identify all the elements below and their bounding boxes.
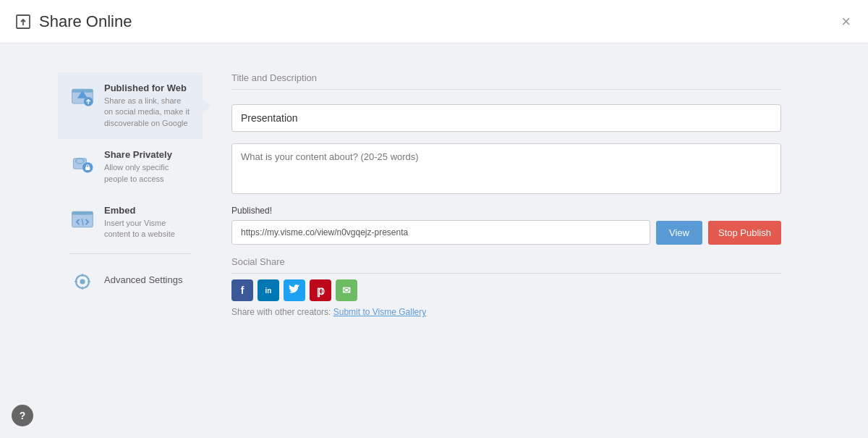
facebook-share-button[interactable]: f [231, 279, 253, 301]
share-online-icon [14, 13, 32, 30]
section-title-label: Title and Description [231, 72, 781, 90]
linkedin-share-button[interactable]: in [258, 279, 279, 301]
view-button[interactable]: View [656, 221, 702, 245]
social-icons-row: f in 𝕡 ✉ [231, 279, 781, 301]
embed-icon [69, 206, 95, 232]
publish-url-input[interactable] [231, 220, 650, 245]
description-textarea[interactable] [231, 143, 781, 194]
published-section: Published! View Stop Publish [231, 206, 781, 245]
sidebar-text-web: Published for Web Share as a link, share… [104, 83, 191, 129]
share-privately-icon [69, 151, 95, 177]
sidebar-label-web: Published for Web [104, 83, 191, 93]
sidebar-item-embed[interactable]: Embed Insert your Visme content to a web… [58, 195, 203, 250]
main-content: Published for Web Share as a link, share… [0, 43, 868, 438]
header: Share Online × [0, 0, 868, 43]
sidebar-desc-web: Share as a link, share on social media, … [104, 96, 191, 129]
submit-gallery-link[interactable]: Submit to Visme Gallery [333, 307, 427, 317]
title-section: Title and Description [231, 72, 781, 93]
content-panel: Title and Description Published! View St… [203, 72, 810, 409]
svg-point-16 [80, 279, 85, 284]
sidebar-label-advanced: Advanced Settings [104, 274, 182, 285]
svg-rect-13 [72, 211, 93, 215]
sidebar-divider [69, 253, 191, 254]
stop-publish-button[interactable]: Stop Publish [708, 221, 781, 245]
social-share-title: Social Share [231, 256, 781, 274]
email-share-button[interactable]: ✉ [336, 279, 357, 301]
twitter-share-button[interactable] [284, 279, 305, 301]
sidebar-item-share-privately[interactable]: Share Privately Allow only specific peop… [58, 139, 203, 195]
page-title: Share Online [39, 12, 132, 31]
published-web-icon [69, 84, 95, 110]
sidebar-item-published-for-web[interactable]: Published for Web Share as a link, share… [58, 72, 203, 139]
sidebar-desc-private: Allow only specific people to access [104, 162, 191, 185]
published-status-label: Published! [231, 206, 781, 216]
social-section: Social Share f in 𝕡 ✉ Share with other c… [231, 256, 781, 317]
gallery-text: Share with other creators: Submit to Vis… [231, 307, 781, 317]
sidebar-item-advanced-settings[interactable]: Advanced Settings [58, 257, 203, 305]
close-button[interactable]: × [838, 11, 854, 33]
sidebar: Published for Web Share as a link, share… [58, 72, 203, 409]
sidebar-label-private: Share Privately [104, 149, 191, 160]
pinterest-share-button[interactable]: 𝕡 [310, 279, 331, 301]
sidebar-text-private: Share Privately Allow only specific peop… [104, 149, 191, 185]
presentation-title-input[interactable] [231, 104, 781, 132]
sidebar-label-embed: Embed [104, 205, 191, 216]
sidebar-desc-embed: Insert your Visme content to a website [104, 218, 191, 240]
help-button[interactable]: ? [12, 405, 33, 426]
sidebar-text-embed: Embed Insert your Visme content to a web… [104, 205, 191, 240]
advanced-settings-icon [69, 269, 95, 295]
publish-row: View Stop Publish [231, 220, 781, 245]
